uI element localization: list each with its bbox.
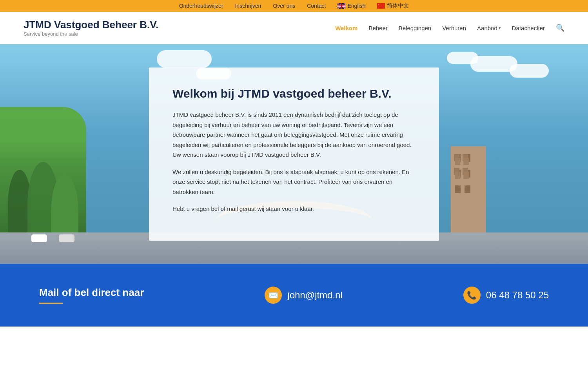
email-address: john@jtmd.nl xyxy=(287,290,342,301)
hero-paragraph-3: Hebt u vragen bel of mail gerust wij sta… xyxy=(172,204,416,214)
chevron-down-icon: ▾ xyxy=(499,25,501,31)
nav-onderhoudswijzer[interactable]: Onderhoudswijzer xyxy=(179,3,223,9)
lang-english[interactable]: English xyxy=(338,3,365,9)
site-subtitle: Service beyond the sale xyxy=(24,31,158,37)
cta-email[interactable]: ✉️ john@jtmd.nl xyxy=(265,287,342,304)
search-button[interactable]: 🔍 xyxy=(556,24,564,32)
cloud-3 xyxy=(510,64,549,78)
main-nav: Welkom Beheer Beleggingen Verhuren Aanbo… xyxy=(335,24,564,32)
svg-rect-1 xyxy=(377,3,385,9)
top-nav: Onderhoudswijzer Inschrijven Over ons Co… xyxy=(0,2,588,9)
nav-aanbod-label: Aanbod xyxy=(477,25,497,31)
nav-beheer[interactable]: Beheer xyxy=(368,25,387,31)
cloud-4 xyxy=(157,50,212,68)
nav-over-ons[interactable]: Over ons xyxy=(273,3,295,9)
nav-inschrijven[interactable]: Inschrijven xyxy=(235,3,261,9)
hero-paragraph-2: We zullen u deskundig begeleiden. Bij on… xyxy=(172,167,416,197)
site-header: JTMD Vastgoed Beheer B.V. Service beyond… xyxy=(0,12,588,44)
car-2 xyxy=(59,234,74,242)
search-icon: 🔍 xyxy=(556,24,564,32)
cta-phone[interactable]: 📞 06 48 78 50 25 xyxy=(463,287,549,304)
nav-welkom[interactable]: Welkom xyxy=(335,25,358,31)
lang-english-label: English xyxy=(347,3,365,9)
nav-contact[interactable]: Contact xyxy=(307,3,326,9)
flag-uk-icon xyxy=(338,3,345,9)
nav-beleggingen[interactable]: Beleggingen xyxy=(399,25,431,31)
phone-number: 06 48 78 50 25 xyxy=(486,290,549,301)
phone-icon: 📞 xyxy=(463,287,481,304)
content-box: Welkom bij JTMD vastgoed beheer B.V. JTM… xyxy=(149,67,439,241)
hero-title: Welkom bij JTMD vastgoed beheer B.V. xyxy=(172,87,416,100)
logo-area: JTMD Vastgoed Beheer B.V. Service beyond… xyxy=(24,19,158,37)
hero-paragraph-1: JTMD vastgoed beheer B.V. is sinds 2011 … xyxy=(172,110,416,160)
lang-chinese[interactable]: 简体中文 xyxy=(377,2,409,9)
cta-title-area: Mail of bel direct naar xyxy=(39,287,144,304)
cta-title: Mail of bel direct naar xyxy=(39,287,144,299)
top-bar: Onderhoudswijzer Inschrijven Over ons Co… xyxy=(0,0,588,12)
cta-underline xyxy=(39,303,63,304)
cloud-2 xyxy=(447,52,478,64)
nav-datachecker[interactable]: Datachecker xyxy=(512,25,545,31)
site-title: JTMD Vastgoed Beheer B.V. xyxy=(24,19,158,31)
flag-cn-icon xyxy=(377,3,385,9)
footer-cta: Mail of bel direct naar ✉️ john@jtmd.nl … xyxy=(0,264,588,327)
nav-verhuren[interactable]: Verhuren xyxy=(442,25,466,31)
hero-section: Welkom bij JTMD vastgoed beheer B.V. JTM… xyxy=(0,44,588,264)
email-icon: ✉️ xyxy=(265,287,282,304)
nav-aanbod-dropdown[interactable]: Aanbod ▾ xyxy=(477,25,501,31)
lang-chinese-label: 简体中文 xyxy=(387,2,409,9)
car-1 xyxy=(31,234,47,242)
